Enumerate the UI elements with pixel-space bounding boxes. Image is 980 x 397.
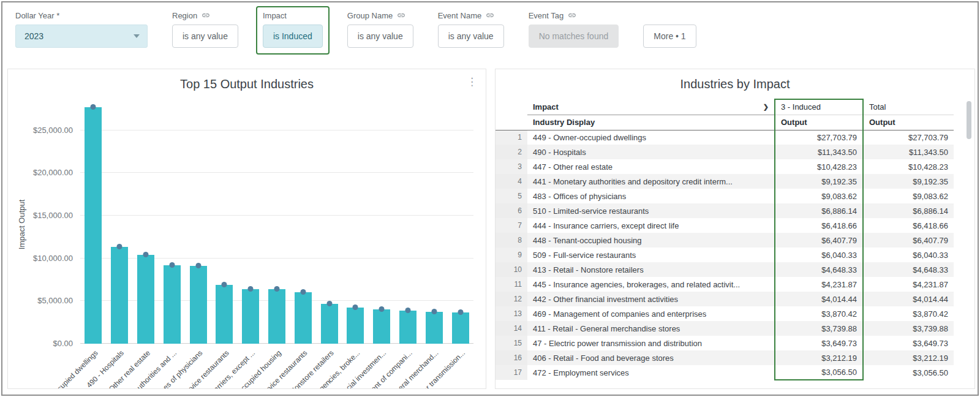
table-row[interactable]: 14411 - Retail - General merchandise sto… (496, 321, 954, 336)
total-output-cell: $4,648.33 (863, 262, 954, 277)
link-icon[interactable] (202, 11, 210, 20)
industry-cell: 441 - Monetary authorities and depositor… (527, 174, 775, 189)
table-row[interactable]: 11445 - Insurance agencies, brokerages, … (496, 277, 954, 292)
table-body: 1449 - Owner-occupied dwellings$27,703.7… (496, 130, 954, 380)
total-output-cell: $3,739.88 (863, 321, 954, 336)
row-number: 16 (496, 350, 527, 365)
table-scrollbar[interactable] (967, 101, 971, 139)
row-number: 14 (496, 321, 527, 336)
induced-output-cell: $6,407.79 (775, 233, 863, 248)
impact-filter-button[interactable]: is Induced (263, 25, 323, 48)
table-row[interactable]: 3447 - Other real estate$10,428.23$10,42… (496, 159, 954, 174)
kebab-menu-icon[interactable]: ⋮ (467, 77, 477, 87)
bar[interactable] (426, 312, 443, 344)
dashboard: Dollar Year * 2023 Region is any value I… (1, 1, 979, 396)
bar-slot: 448 - Tenant-occupied housing (264, 105, 290, 344)
bar[interactable] (111, 247, 128, 344)
impact-pivot-header[interactable]: Impact ❯ (527, 99, 775, 115)
induced-output-cell: $3,739.88 (775, 321, 863, 336)
table-row[interactable]: 10413 - Retail - Nonstore retailers$4,64… (496, 262, 954, 277)
table-row[interactable]: 1547 - Electric power transmission and d… (496, 336, 954, 350)
table-row[interactable]: 1449 - Owner-occupied dwellings$27,703.7… (496, 130, 954, 145)
bar[interactable] (347, 308, 364, 344)
bar-slot: 441 - Monetary authorities and ... (159, 105, 185, 344)
bar-point[interactable] (91, 104, 96, 110)
table-row[interactable]: 16406 - Retail - Food and beverage store… (496, 350, 954, 365)
induced-output-cell: $9,192.35 (775, 174, 863, 189)
industry-cell: 442 - Other financial investment activit… (527, 292, 775, 306)
total-output-header[interactable]: Output (863, 115, 954, 130)
industry-cell: 413 - Retail - Nonstore retailers (527, 262, 775, 277)
table-row[interactable]: 8448 - Tenant-occupied housing$6,407.79$… (496, 233, 954, 248)
total-output-cell: $6,418.66 (863, 218, 954, 233)
table-row[interactable]: 7444 - Insurance carriers, except direct… (496, 218, 954, 233)
bar-point[interactable] (326, 301, 332, 306)
bar[interactable] (216, 285, 233, 344)
impact-table: Impact ❯ 3 - Induced Total Industry Disp… (496, 99, 954, 380)
row-number: 13 (496, 306, 527, 321)
table-row[interactable]: 4441 - Monetary authorities and deposito… (496, 174, 954, 189)
link-icon[interactable] (397, 11, 405, 20)
bar-point[interactable] (431, 309, 437, 314)
table-row[interactable]: 6510 - Limited-service restaurants$6,886… (496, 203, 954, 218)
total-output-cell: $9,083.62 (863, 189, 954, 203)
industry-cell: 472 - Employment services (527, 365, 775, 380)
bar-point[interactable] (274, 286, 279, 292)
more-filters-button[interactable]: More • 1 (643, 25, 696, 48)
table-panel: Industries by Impact Impact ❯ (495, 69, 975, 389)
total-output-cell: $6,886.14 (863, 203, 954, 218)
industry-display-header[interactable]: Industry Display (527, 115, 775, 130)
row-number: 11 (496, 277, 527, 292)
chevron-right-icon[interactable]: ❯ (763, 103, 769, 111)
bar-point[interactable] (458, 309, 463, 315)
table-row[interactable]: 12442 - Other financial investment activ… (496, 292, 954, 306)
bar[interactable] (85, 107, 102, 344)
total-header[interactable]: Total (863, 99, 954, 115)
bar-slot: 449 - Owner-occupied dwellings (80, 105, 107, 344)
bar-point[interactable] (379, 306, 385, 312)
event-tag-filter-button[interactable]: No matches found (529, 25, 619, 48)
table-row[interactable]: 5483 - Offices of physicians$9,083.62$9,… (496, 189, 954, 203)
bar-slot: 469 - Management of compani... (395, 105, 421, 344)
pivot-value-header[interactable]: 3 - Induced (775, 99, 863, 115)
table-row[interactable]: 2490 - Hospitals$11,343.50$11,343.50 (496, 145, 954, 159)
bar-point[interactable] (169, 262, 175, 268)
bar-point[interactable] (353, 304, 358, 310)
bar[interactable] (321, 304, 338, 344)
y-tick-label: $20,000.00 (8, 168, 73, 177)
induced-output-header[interactable]: Output (775, 115, 863, 130)
bar[interactable] (137, 255, 154, 344)
gutter-header (496, 99, 527, 115)
bar[interactable] (295, 292, 312, 344)
bar[interactable] (399, 311, 417, 344)
table-row[interactable]: 13469 - Management of companies and ente… (496, 306, 954, 321)
induced-output-cell: $9,083.62 (775, 189, 863, 203)
induced-output-cell: $6,040.33 (775, 248, 863, 262)
bar-point[interactable] (117, 244, 123, 249)
bar[interactable] (268, 289, 285, 344)
bar[interactable] (452, 312, 469, 344)
dollar-year-select[interactable]: 2023 (15, 25, 148, 48)
bar[interactable] (164, 265, 181, 344)
table-container: Impact ❯ 3 - Induced Total Industry Disp… (496, 99, 963, 386)
event-name-filter-button[interactable]: is any value (438, 25, 504, 48)
table-row[interactable]: 17472 - Employment services$3,056.50$3,0… (496, 365, 954, 380)
bar-point[interactable] (143, 252, 148, 257)
link-icon[interactable] (568, 11, 576, 20)
measure-header-row: Industry Display Output Output (496, 115, 954, 130)
bar-point[interactable] (195, 263, 201, 269)
bar[interactable] (373, 309, 390, 344)
bar[interactable] (190, 266, 207, 344)
bar-point[interactable] (405, 308, 410, 313)
group-name-filter-button[interactable]: is any value (347, 25, 413, 48)
link-icon[interactable] (486, 11, 494, 20)
region-filter-button[interactable]: is any value (172, 25, 238, 48)
row-number: 5 (496, 189, 527, 203)
bar-point[interactable] (248, 286, 254, 292)
bar-point[interactable] (222, 282, 227, 287)
bar[interactable] (242, 289, 259, 344)
induced-output-cell: $11,343.50 (775, 145, 863, 159)
table-row[interactable]: 9509 - Full-service restaurants$6,040.33… (496, 248, 954, 262)
total-output-cell: $11,343.50 (863, 145, 954, 159)
bar-point[interactable] (300, 289, 306, 295)
